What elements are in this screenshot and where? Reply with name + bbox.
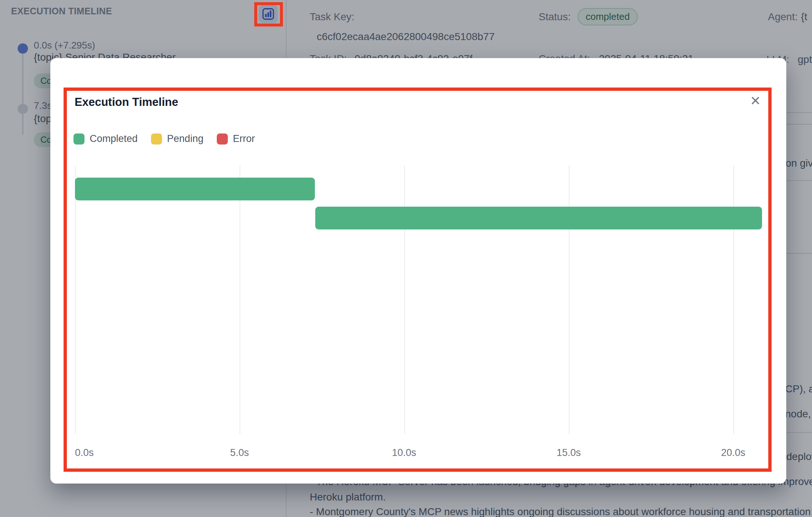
legend-label: Pending	[167, 133, 204, 145]
x-tick-label: 10.0s	[392, 447, 416, 459]
gantt-bar-completed[interactable]	[315, 207, 762, 229]
legend-item-pending: Pending	[151, 133, 204, 145]
x-tick-label: 0.0s	[75, 447, 94, 459]
gantt-bar-completed[interactable]	[75, 178, 315, 200]
legend-swatch	[73, 133, 85, 145]
legend-swatch	[151, 133, 162, 145]
gridline	[75, 165, 76, 434]
legend-item-error: Error	[217, 133, 255, 145]
legend-item-completed: Completed	[73, 133, 138, 145]
x-tick-label: 5.0s	[230, 447, 249, 459]
x-tick-label: 20.0s	[721, 447, 745, 459]
gridline	[404, 165, 405, 434]
x-axis: 0.0s5.0s10.0s15.0s20.0s	[75, 447, 764, 463]
chart-legend: Completed Pending Error	[73, 133, 268, 145]
gridline	[569, 165, 570, 434]
legend-swatch	[217, 133, 228, 145]
close-icon[interactable]: ×	[745, 90, 765, 110]
execution-timeline-modal: Execution Timeline × Completed Pending E…	[50, 58, 786, 484]
gridline	[240, 165, 240, 434]
gridline	[733, 165, 734, 434]
legend-label: Completed	[90, 133, 138, 145]
screen: EXECUTION TIMELINE 0.0s (+7.295s) {topic…	[0, 0, 812, 517]
x-tick-label: 15.0s	[557, 447, 581, 459]
legend-label: Error	[233, 133, 255, 145]
gantt-plot	[75, 165, 764, 434]
modal-title: Execution Timeline	[75, 96, 178, 109]
